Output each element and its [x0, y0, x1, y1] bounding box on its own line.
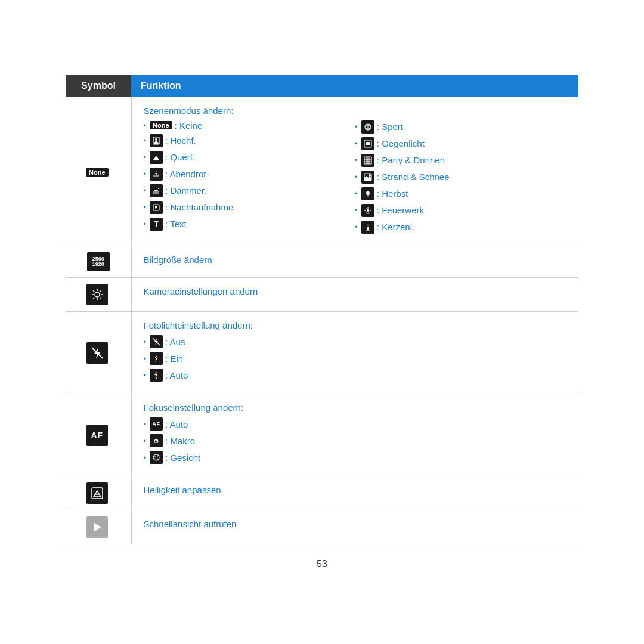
fotolicht-title: Fotolichteinstellung ändern:	[144, 320, 567, 330]
funktion-fokus: Fokuseinstellung ändern: • AF : Auto •	[131, 394, 578, 476]
svg-point-27	[367, 209, 369, 212]
list-item: • : Dämmer.	[144, 184, 355, 197]
sunset-icon	[150, 168, 163, 181]
funktion-helligkeit: Helligkeit anpassen	[131, 476, 578, 510]
landscape-icon	[150, 151, 163, 164]
flash-on-icon	[150, 352, 163, 365]
fokus-title: Fokuseinstellung ändern:	[144, 402, 567, 413]
flash-off-large-icon	[86, 342, 108, 364]
table-row: Fotolichteinstellung ändern: • : Aus •	[66, 312, 578, 394]
symbol-flash	[66, 312, 131, 394]
party-icon	[361, 154, 374, 167]
list-item: • : Abendrot	[144, 168, 355, 181]
table-row: Schnellansicht aufrufen	[66, 510, 578, 544]
svg-marker-50	[94, 523, 101, 531]
symbol-none: None	[66, 97, 131, 246]
brightness-icon	[86, 482, 108, 504]
szene-title: Szenenmodus ändern:	[144, 106, 567, 116]
table-row: AF Fokuseinstellung ändern: • AF : Auto …	[66, 394, 578, 476]
page-number: 53	[66, 559, 578, 569]
svg-line-5	[154, 172, 154, 172]
table-row: Kameraeinstellungen ändern	[66, 278, 578, 312]
list-item: • : Herbst	[355, 187, 566, 200]
svg-marker-2	[153, 156, 159, 160]
af-icon: AF	[150, 417, 163, 431]
flash-auto-icon: A	[150, 369, 163, 382]
funktion-kamera: Kameraeinstellungen ändern	[131, 278, 578, 312]
list-item: • : Strand & Schnee	[355, 171, 566, 184]
list-item: • : Gesicht	[144, 451, 567, 464]
list-item: • : Feuerwerk	[355, 204, 566, 217]
funktion-schnell: Schnellansicht aufrufen	[131, 510, 578, 544]
funktion-fotolicht: Fotolichteinstellung ändern: • : Aus •	[131, 312, 578, 394]
list-item: • : Aus	[144, 335, 567, 348]
funktion-bildgroesse: Bildgröße ändern	[131, 246, 578, 278]
svg-rect-34	[366, 230, 370, 231]
svg-line-39	[153, 338, 160, 345]
svg-point-43	[156, 439, 157, 441]
text-icon: T	[150, 218, 163, 231]
svg-line-10	[154, 188, 154, 189]
svg-point-1	[155, 138, 157, 141]
list-item: • None : Keine	[144, 120, 355, 131]
symbol-header: Symbol	[66, 75, 131, 97]
svg-point-35	[95, 292, 100, 297]
symbol-res: 2560 1920	[66, 246, 131, 278]
list-item: • : Makro	[144, 434, 567, 447]
funktion-szene: Szenenmodus ändern: • None : Keine •	[131, 97, 578, 246]
list-item: • : Sport	[355, 120, 566, 134]
kamera-settings-icon	[86, 284, 108, 305]
svg-marker-40	[154, 355, 158, 362]
svg-line-9	[158, 188, 159, 189]
backlight-icon	[361, 137, 374, 150]
list-item: • : Hochf.	[144, 134, 355, 147]
symbol-helligkeit	[66, 476, 131, 510]
macro-icon	[150, 434, 163, 447]
face-icon	[150, 451, 163, 464]
svg-rect-18	[366, 142, 370, 145]
svg-point-46	[154, 457, 156, 458]
firework-icon	[361, 204, 374, 217]
dawn-icon	[150, 184, 163, 197]
list-item: • : Nachtaufnahme	[144, 201, 355, 214]
list-item: • T : Text	[144, 218, 355, 231]
list-item: • A : Auto	[144, 369, 567, 382]
svg-line-4	[158, 172, 159, 172]
portrait-icon	[150, 134, 163, 147]
sport-icon	[361, 120, 374, 134]
table-row: 2560 1920 Bildgröße ändern	[66, 246, 578, 278]
none-small-icon: None	[150, 121, 172, 129]
svg-point-26	[369, 174, 371, 177]
resolution-icon: 2560 1920	[87, 252, 110, 271]
svg-point-47	[157, 457, 158, 458]
svg-line-37	[92, 348, 103, 358]
svg-text:A: A	[155, 376, 157, 379]
table-row: None Szenenmodus ändern: • None : Keine	[66, 97, 578, 246]
beach-icon	[361, 171, 374, 184]
flash-off-icon	[150, 335, 163, 348]
list-item: • : Gegenlicht	[355, 137, 566, 150]
list-item: • : Party & Drinnen	[355, 154, 566, 167]
list-item: • : Querf.	[144, 151, 355, 164]
list-item: • : Ein	[144, 352, 567, 365]
table-row: Helligkeit anpassen	[66, 476, 578, 510]
symbol-af: AF	[66, 394, 131, 476]
funktion-header: Funktion	[131, 75, 578, 97]
list-item: • : Kerzenl.	[355, 221, 566, 234]
night-icon	[150, 201, 163, 214]
play-icon	[86, 516, 108, 538]
candle-icon	[361, 221, 374, 234]
symbol-kamera	[66, 278, 131, 312]
none-icon: None	[86, 168, 109, 177]
symbol-schnell	[66, 510, 131, 544]
autumn-icon	[361, 187, 374, 200]
list-item: • AF : Auto	[144, 417, 567, 431]
af-large-icon: AF	[86, 425, 108, 446]
